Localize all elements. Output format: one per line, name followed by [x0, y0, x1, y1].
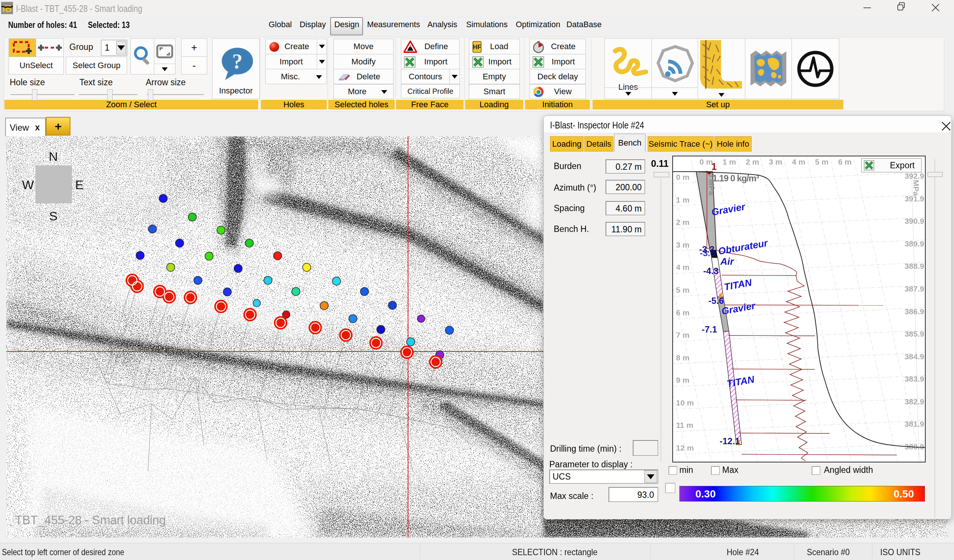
- svg-text:S: S: [49, 209, 58, 223]
- svg-text:2 m: 2 m: [676, 218, 689, 226]
- svg-text:392.9: 392.9: [904, 172, 924, 180]
- svg-text:387.9: 387.9: [904, 285, 924, 293]
- svg-text:5 m: 5 m: [676, 286, 689, 294]
- svg-text:3 m: 3 m: [676, 241, 689, 249]
- svg-text:385.9: 385.9: [904, 330, 924, 338]
- svg-text:Gravier: Gravier: [721, 300, 757, 317]
- svg-text:-4.3: -4.3: [703, 266, 719, 276]
- svg-text:-12.1: -12.1: [720, 436, 740, 446]
- svg-text:IB: IB: [2, 3, 12, 14]
- svg-text:-3.5: -3.5: [700, 248, 715, 258]
- svg-text:390.9: 390.9: [904, 217, 924, 225]
- svg-text:4 m: 4 m: [676, 263, 689, 271]
- svg-text:6 m: 6 m: [676, 308, 689, 317]
- svg-text:389.9: 389.9: [904, 240, 924, 248]
- svg-text:5 m: 5 m: [815, 157, 828, 166]
- svg-text:-5.6: -5.6: [708, 296, 724, 306]
- svg-text:10 m: 10 m: [676, 398, 694, 407]
- svg-text:383.9: 383.9: [904, 375, 924, 383]
- svg-text:386.9: 386.9: [904, 307, 924, 316]
- svg-text:E: E: [75, 177, 84, 192]
- svg-text:TBT_455-28 - Smart loading: TBT_455-28 - Smart loading: [15, 513, 166, 527]
- svg-text:Gravier: Gravier: [711, 201, 747, 218]
- svg-text:388.9: 388.9: [904, 262, 924, 270]
- svg-text:N: N: [49, 149, 58, 163]
- svg-text:4 m: 4 m: [792, 157, 805, 166]
- svg-text:384.9: 384.9: [904, 352, 924, 361]
- svg-text:6 m: 6 m: [838, 157, 851, 166]
- svg-text:0 m: 0 m: [700, 157, 713, 166]
- svg-text:-7.1: -7.1: [702, 324, 717, 334]
- svg-text:HF: HF: [473, 44, 481, 51]
- svg-text:Obturateur: Obturateur: [717, 237, 769, 257]
- svg-text:TITAN: TITAN: [723, 277, 753, 292]
- svg-text:Air: Air: [720, 256, 734, 267]
- svg-text:MPa: MPa: [912, 180, 920, 196]
- svg-text:1 m: 1 m: [723, 157, 736, 166]
- svg-text:1: 1: [711, 161, 717, 172]
- svg-text:0 m: 0 m: [676, 173, 689, 181]
- svg-text:381.9: 381.9: [904, 420, 924, 428]
- svg-text:3 m: 3 m: [769, 157, 782, 166]
- svg-text:382.9: 382.9: [904, 397, 924, 406]
- svg-text:2 m: 2 m: [746, 157, 759, 166]
- svg-text:11 m: 11 m: [676, 421, 694, 429]
- svg-text:9 m: 9 m: [676, 376, 689, 384]
- svg-text:7 m: 7 m: [676, 331, 689, 339]
- svg-text:0 MPa: 0 MPa: [707, 173, 716, 196]
- svg-text:1 m: 1 m: [676, 196, 689, 204]
- svg-text:?: ?: [232, 50, 243, 73]
- svg-text:W: W: [22, 177, 34, 192]
- svg-text:8 m: 8 m: [676, 353, 689, 362]
- svg-text:12 m: 12 m: [676, 443, 694, 452]
